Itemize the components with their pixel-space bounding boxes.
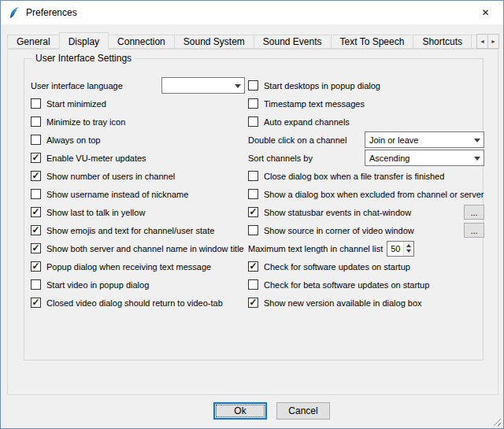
tab-general[interactable]: General bbox=[7, 35, 60, 49]
checkbox-excluded-dialog[interactable] bbox=[248, 189, 258, 199]
row-desktops-popup: Start desktops in popup dialog bbox=[248, 76, 484, 94]
tab-scroll-left-button[interactable]: ◄ bbox=[476, 34, 488, 49]
row-start-minimized: Start minimized bbox=[31, 94, 245, 113]
checkbox-close-transfer[interactable] bbox=[248, 171, 258, 181]
double-click-value: Join or leave bbox=[365, 135, 471, 145]
double-click-dropdown[interactable]: Join or leave bbox=[365, 131, 484, 148]
close-button[interactable]: ✕ bbox=[468, 1, 503, 24]
user-interface-settings-group: User Interface Settings User interface l… bbox=[24, 58, 484, 361]
row-last-talk: Show last to talk in yellow bbox=[31, 203, 245, 221]
row-auto-expand: Auto expand channels bbox=[248, 113, 484, 131]
spin-up-icon[interactable] bbox=[404, 242, 413, 249]
close-icon: ✕ bbox=[481, 7, 489, 18]
checkbox-label: Popup dialog when receiving text message bbox=[46, 262, 211, 272]
checkbox-label: Enable VU-meter updates bbox=[46, 153, 146, 163]
checkbox-label: Closed video dialog should return to vid… bbox=[46, 298, 223, 308]
max-text-length-spinner[interactable]: 50 bbox=[387, 241, 414, 257]
checkbox-label: Start minimized bbox=[46, 99, 106, 109]
checkbox-label: Auto expand channels bbox=[264, 117, 350, 127]
titlebar[interactable]: Preferences ✕ bbox=[1, 1, 503, 24]
group-title: User Interface Settings bbox=[32, 53, 135, 64]
language-row: User interface language bbox=[31, 76, 245, 94]
checkbox-desktops-popup[interactable] bbox=[248, 80, 258, 91]
checkbox-video-popup[interactable] bbox=[31, 279, 41, 290]
double-click-row: Double click on a channel Join or leave bbox=[248, 131, 484, 149]
checkbox-software-updates[interactable] bbox=[248, 261, 258, 272]
row-always-on-top: Always on top bbox=[31, 131, 245, 149]
language-label: User interface language bbox=[31, 81, 123, 91]
checkbox-label: Show source in corner of video window bbox=[264, 226, 414, 235]
checkbox-label: Close dialog box when a file transfer is… bbox=[264, 172, 444, 181]
checkbox-timestamp[interactable] bbox=[248, 98, 258, 109]
row-excluded-dialog: Show a dialog box when excluded from cha… bbox=[248, 185, 484, 203]
app-icon bbox=[8, 6, 20, 19]
ok-button[interactable]: Ok bbox=[213, 402, 267, 420]
checkbox-label: Minimize to tray icon bbox=[46, 117, 125, 127]
resize-grip[interactable] bbox=[491, 416, 501, 426]
checkbox-label: Show emojis and text for channel/user st… bbox=[46, 226, 214, 235]
tab-connection[interactable]: Connection bbox=[108, 35, 175, 49]
checkbox-vu-meter[interactable] bbox=[31, 153, 41, 163]
checkbox-label: Show last to talk in yellow bbox=[46, 208, 145, 217]
checkbox-label: Show statusbar events in chat-window bbox=[264, 208, 411, 217]
sort-channels-row: Sort channels by Ascending bbox=[248, 149, 484, 167]
checkbox-emojis[interactable] bbox=[31, 225, 41, 235]
checkbox-always-on-top[interactable] bbox=[31, 135, 41, 145]
sort-channels-value: Ascending bbox=[365, 153, 471, 163]
checkbox-last-talk[interactable] bbox=[31, 207, 41, 217]
sort-channels-dropdown[interactable]: Ascending bbox=[365, 150, 484, 166]
checkbox-label: Show a dialog box when excluded from cha… bbox=[264, 190, 484, 199]
video-source-config-button[interactable]: ... bbox=[464, 223, 484, 238]
row-new-version: Show new version available in dialog box bbox=[248, 294, 484, 312]
checkbox-label: Start desktops in popup dialog bbox=[264, 81, 380, 91]
row-timestamp: Timestamp text messages bbox=[248, 94, 484, 113]
checkbox-username[interactable] bbox=[31, 189, 41, 199]
arrow-right-icon: ► bbox=[491, 39, 496, 44]
spin-down-icon[interactable] bbox=[404, 249, 413, 256]
checkbox-label: Check for beta software updates on start… bbox=[264, 280, 429, 290]
checkbox-beta-updates[interactable] bbox=[248, 279, 258, 290]
tab-shortcuts[interactable]: Shortcuts bbox=[413, 35, 472, 49]
checkbox-label: Show both server and channel name in win… bbox=[46, 244, 244, 253]
max-text-length-row: Maximum text length in channel list 50 bbox=[248, 239, 484, 257]
row-close-transfer: Close dialog box when a file transfer is… bbox=[248, 167, 484, 185]
checkbox-statusbar-events[interactable] bbox=[248, 207, 258, 217]
statusbar-events-config-button[interactable]: ... bbox=[464, 205, 484, 220]
checkbox-window-title[interactable] bbox=[31, 243, 41, 253]
checkbox-popup-text[interactable] bbox=[31, 261, 41, 272]
row-popup-text: Popup dialog when receiving text message bbox=[31, 257, 245, 276]
checkbox-minimize-to-tray[interactable] bbox=[31, 116, 41, 127]
checkbox-label: Check for software updates on startup bbox=[264, 262, 410, 272]
checkbox-video-source[interactable] bbox=[248, 225, 258, 235]
cancel-button[interactable]: Cancel bbox=[276, 402, 330, 420]
checkbox-auto-expand[interactable] bbox=[248, 116, 258, 127]
left-column: User interface language Start minimized … bbox=[31, 76, 245, 312]
checkbox-start-minimized[interactable] bbox=[31, 98, 41, 109]
checkbox-label: Show new version available in dialog box bbox=[264, 298, 422, 308]
row-window-title: Show both server and channel name in win… bbox=[31, 239, 245, 257]
checkbox-new-version[interactable] bbox=[248, 298, 258, 308]
max-text-length-label: Maximum text length in channel list bbox=[248, 244, 383, 253]
language-dropdown[interactable] bbox=[161, 77, 245, 94]
checkbox-user-count[interactable] bbox=[31, 171, 41, 181]
window-title: Preferences bbox=[26, 7, 77, 18]
row-software-updates: Check for software updates on startup bbox=[248, 257, 484, 276]
checkbox-video-return[interactable] bbox=[31, 298, 41, 308]
row-user-count: Show number of users in channel bbox=[31, 167, 245, 185]
checkbox-label: Show username instead of nickname bbox=[46, 190, 188, 199]
checkbox-label: Show number of users in channel bbox=[46, 172, 175, 181]
row-vu-meter: Enable VU-meter updates bbox=[31, 149, 245, 167]
tab-text-to-speech[interactable]: Text To Speech bbox=[331, 35, 414, 49]
dropdown-arrow-icon bbox=[232, 78, 244, 93]
max-text-length-value: 50 bbox=[387, 242, 403, 256]
tab-bar: General Display Connection Sound System … bbox=[7, 32, 480, 50]
tab-sound-events[interactable]: Sound Events bbox=[254, 35, 332, 49]
row-minimize-to-tray: Minimize to tray icon bbox=[31, 113, 245, 131]
tab-scroll-control: ◄ ► bbox=[476, 34, 499, 49]
row-video-return: Closed video dialog should return to vid… bbox=[31, 294, 245, 312]
tab-sound-system[interactable]: Sound System bbox=[174, 35, 254, 49]
tab-display[interactable]: Display bbox=[59, 32, 109, 50]
tab-scroll-right-button[interactable]: ► bbox=[487, 34, 499, 49]
row-emojis: Show emojis and text for channel/user st… bbox=[31, 221, 245, 239]
arrow-left-icon: ◄ bbox=[480, 39, 485, 44]
